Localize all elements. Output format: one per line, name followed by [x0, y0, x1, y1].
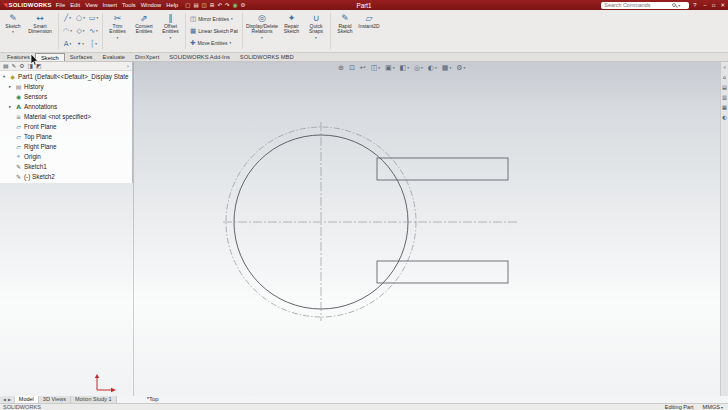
previous-view-icon[interactable]: ↩ [360, 64, 366, 72]
tab-model[interactable]: Model [15, 396, 39, 403]
centerline-tool-button[interactable]: ┆▾ [87, 38, 100, 51]
tree-item-material[interactable]: ≡ Material <not specified> [0, 111, 132, 121]
collapse-taskpane-icon[interactable]: « [723, 64, 726, 70]
file-explorer-icon[interactable]: ▥ [722, 94, 727, 100]
slot-rectangle-top[interactable] [377, 158, 508, 180]
instant2d-button[interactable]: ▱ Instant2D [357, 11, 381, 51]
view-settings-icon[interactable]: ⚙▾ [456, 64, 465, 72]
expand-arrow-icon[interactable]: ▸ [9, 104, 13, 109]
help-button[interactable]: ? [693, 2, 696, 8]
configurationmanager-tab-icon[interactable]: ⚙ [19, 63, 24, 69]
tree-root-part[interactable]: ▾ ◆ Part1 (Default<<Default>_Display Sta… [0, 71, 132, 81]
sketch-button-label: Sketch [5, 24, 20, 29]
convert-entities-button[interactable]: ⇗ Convert Entities [130, 11, 158, 51]
new-document-icon[interactable]: ▢ [185, 2, 190, 8]
tree-item-history[interactable]: ▸ ▤ History [0, 81, 132, 91]
restore-icon[interactable]: ▫ [712, 0, 716, 10]
quick-snaps-button[interactable]: ∪ Quick Snaps ▾ [304, 11, 328, 51]
tree-item-front-plane[interactable]: ▱ Front Plane [0, 121, 132, 131]
plane-icon: ▱ [15, 133, 22, 140]
rapid-sketch-icon: ✎ [341, 13, 349, 23]
sketch-button[interactable]: ✎ Sketch ▾ [2, 11, 24, 51]
tab-solidworks-mbd[interactable]: SOLIDWORKS MBD [235, 53, 299, 61]
text-tool-button[interactable]: A▾ [61, 38, 74, 51]
menu-insert[interactable]: Insert [103, 2, 118, 8]
edit-appearance-icon[interactable]: ◐▾ [428, 64, 437, 72]
circle-tool-button[interactable]: ○▾ [74, 12, 87, 25]
spline-tool-button[interactable]: ∿▾ [87, 25, 100, 38]
plane-icon: ▱ [15, 123, 22, 130]
units-dropdown[interactable]: MMGS ▾ [703, 404, 723, 410]
solidworks-logo: ◥ SOLIDWORKS [0, 2, 56, 8]
menu-edit[interactable]: Edit [70, 2, 80, 8]
move-entities-button[interactable]: ✚ Move Entities ▾ [190, 39, 238, 47]
appearances-icon[interactable]: ◐ [722, 114, 727, 120]
zoom-to-fit-icon[interactable]: ⊕ [338, 64, 344, 72]
tab-surfaces[interactable]: Surfaces [65, 53, 98, 61]
tree-item-right-plane[interactable]: ▱ Right Plane [0, 141, 132, 151]
collapse-arrow-icon[interactable]: ▾ [3, 74, 7, 79]
search-box[interactable]: ▾ [601, 2, 689, 9]
open-icon[interactable]: ▤ [193, 2, 198, 8]
tree-item-sketch1[interactable]: ✎ Sketch1 [0, 161, 132, 171]
section-view-icon[interactable]: ◫▾ [371, 64, 380, 72]
smart-dimension-button[interactable]: ↔ Smart Dimension [24, 11, 56, 51]
point-tool-button[interactable]: •▾ [74, 38, 87, 51]
save-icon[interactable]: ◫ [202, 2, 207, 8]
display-style-icon[interactable]: ◧▾ [400, 64, 409, 72]
tab-evaluate[interactable]: Evaluate [98, 53, 131, 61]
document-title: Part1 [356, 2, 371, 9]
rectangle-tool-button[interactable]: ▭▾ [87, 12, 100, 25]
tree-item-origin[interactable]: ⌖ Origin [0, 151, 132, 161]
tab-solidworks-addins[interactable]: SOLIDWORKS Add-Ins [164, 53, 235, 61]
repair-sketch-button[interactable]: ✦ Repair Sketch [279, 11, 304, 51]
mouse-cursor [30, 54, 39, 66]
tab-3d-views[interactable]: 3D Views [39, 396, 71, 403]
panel-divider[interactable] [133, 62, 134, 396]
tree-item-sketch2[interactable]: ✎ (-) Sketch2 [0, 171, 132, 181]
apply-scene-icon[interactable]: ▦▾ [442, 64, 451, 72]
trim-entities-button[interactable]: ✂ Trim Entities ▾ [105, 11, 130, 51]
line-tool-button[interactable]: ╱▾ [61, 12, 74, 25]
design-library-icon[interactable]: ▤ [722, 84, 727, 90]
menu-file[interactable]: File [56, 2, 65, 8]
menu-help[interactable]: Help [166, 2, 178, 8]
tree-item-annotations[interactable]: ▸ A Annotations [0, 101, 132, 111]
view-orientation-icon[interactable]: ▣▾ [385, 64, 394, 72]
polygon-tool-button[interactable]: ◇▾ [74, 25, 87, 38]
minimize-icon[interactable]: – [704, 0, 707, 10]
expand-arrow-icon[interactable]: ▸ [9, 84, 13, 89]
tree-item-top-plane[interactable]: ▱ Top Plane [0, 131, 132, 141]
offset-entities-button[interactable]: ∥ Offset Entities ▾ [158, 11, 183, 51]
menu-view[interactable]: View [85, 2, 97, 8]
tab-motion-study-1[interactable]: Motion Study 1 [71, 396, 117, 403]
view-palette-icon[interactable]: ▦ [722, 104, 727, 110]
rapid-sketch-button[interactable]: ✎ Rapid Sketch [333, 11, 357, 51]
arc-tool-button[interactable]: ◠▾ [61, 25, 74, 38]
close-icon[interactable]: ✕ [720, 0, 725, 10]
tree-item-sensors[interactable]: ◉ Sensors [0, 91, 132, 101]
display-delete-relations-button[interactable]: ◎ Display/Delete Relations ▾ [245, 11, 279, 51]
display-relations-label: Display/Delete Relations [245, 24, 279, 35]
rebuild-icon[interactable]: ◉ [233, 2, 238, 8]
tab-scroll-left-icon[interactable]: ◀ [3, 397, 6, 402]
linear-sketch-pattern-button[interactable]: ▦ Linear Sketch Pattern ▾ [190, 27, 238, 35]
mirror-entities-button[interactable]: ◫ Mirror Entities ▾ [190, 15, 238, 23]
options-gear-icon[interactable]: ⚙ [240, 2, 245, 8]
search-input[interactable] [604, 2, 670, 8]
zoom-to-area-icon[interactable]: ⊡ [349, 64, 355, 72]
propertymanager-tab-icon[interactable]: ✎ [11, 63, 16, 69]
search-caret-icon[interactable]: ▾ [678, 3, 680, 8]
hide-show-items-icon[interactable]: ◎▾ [414, 64, 423, 72]
panel-expand-chevron-icon[interactable]: › [127, 63, 129, 69]
print-icon[interactable]: ⊞ [210, 2, 215, 8]
redo-icon[interactable]: ↷ [225, 2, 230, 8]
tab-sketch[interactable]: Sketch [35, 53, 65, 61]
menu-tools[interactable]: Tools [122, 2, 136, 8]
tab-dimxpert[interactable]: DimXpert [130, 53, 164, 61]
solidworks-resources-icon[interactable]: ⌂ [723, 74, 726, 80]
undo-icon[interactable]: ↶ [217, 2, 222, 8]
tab-scroll-right-icon[interactable]: ▶ [8, 397, 11, 402]
menu-window[interactable]: Window [141, 2, 162, 8]
featuremanager-tab-icon[interactable]: ▤ [3, 63, 8, 69]
